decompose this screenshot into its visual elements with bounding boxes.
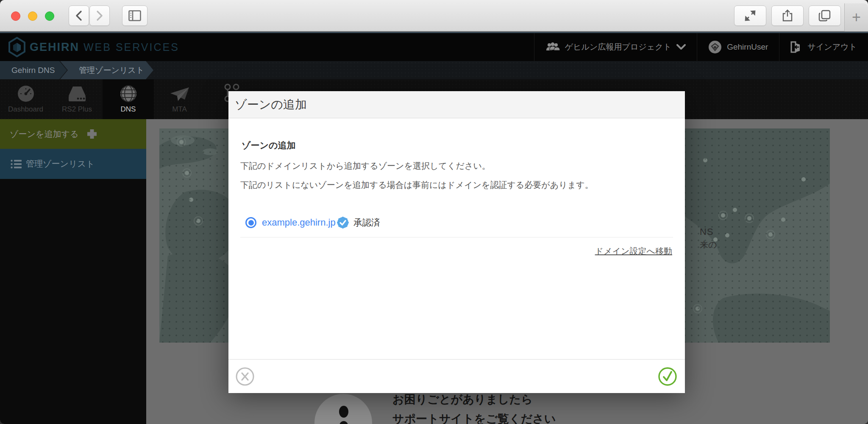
brand-name: GEHIRN [30,41,79,54]
modal-footer [228,359,685,393]
modal-divider [240,237,673,237]
chevron-down-icon [676,44,686,50]
signout-icon [790,41,802,53]
service-dashboard[interactable]: Dashboard [0,79,51,119]
domain-name-link[interactable]: example.gehirn.jp [262,217,336,228]
brand-logo[interactable]: GEHIRN WEB SERVICES [8,33,179,61]
confirm-button[interactable] [658,367,677,386]
service-label: MTA [172,105,187,114]
modal-title: ゾーンの追加 [235,91,307,118]
forward-button[interactable] [89,6,110,26]
share-icon [782,9,793,22]
headline-fragment-1: NS [700,226,714,237]
domain-radio-selected[interactable] [245,217,256,228]
service-label: RS2 Plus [62,105,92,114]
window-minimize-button[interactable] [28,11,37,21]
service-label: Dashboard [8,105,43,114]
breadcrumb-label: Gehirn DNS [11,66,55,75]
info-icon [314,394,372,424]
support-message: お困りごとがありましたら サポートサイトをご覧ください [392,390,556,424]
sidebar-toggle-icon [128,10,141,21]
project-selector[interactable]: ゲヒルン広報用プロジェクト [534,33,697,61]
domain-status: 承認済 [353,217,380,229]
support-line-2: サポートサイトをご覧ください [392,409,556,424]
show-tabs-button[interactable] [809,6,841,26]
browser-window: + GEHIRN WEB SERVICES ゲヒルン広報用プロジェクト [0,0,868,424]
modal-description-2: 下記のリストにないゾーンを追加する場合は事前にはドメインを認証する必要があります… [240,179,593,191]
gauge-icon [17,84,35,103]
service-label: DNS [121,105,136,114]
new-tab-button[interactable]: + [844,3,868,31]
sidebar-zone-list-label: 管理ゾーンリスト [26,158,95,170]
user-name: GehirnUser [727,42,768,52]
back-icon [75,10,83,21]
browser-toolbar: + [0,0,868,31]
sidebar-add-zone[interactable]: ゾーンを追加する [0,119,146,149]
back-button[interactable] [69,6,89,26]
breadcrumb-label: 管理ゾーンリスト [79,65,144,76]
avatar [708,40,722,54]
domain-settings-link[interactable]: ドメイン設定へ移動 [595,245,672,257]
info-icon-bar [339,421,348,424]
modal-description-1: 下記のドメインリストから追加するゾーンを選択してください。 [240,160,490,172]
signout-button[interactable]: サインアウト [779,33,868,61]
group-icon [545,42,560,52]
headline-fragment-2: 来の [700,239,717,251]
modal-section-title: ゾーンの追加 [242,139,295,151]
verified-badge-icon [337,217,349,229]
new-tab-label: + [852,8,861,26]
share-button[interactable] [771,6,804,26]
modal-header: ゾーンの追加 [228,91,685,118]
info-icon-dot [339,406,348,418]
server-icon [67,84,87,103]
add-zone-modal: ゾーンの追加 ゾーンの追加 下記のドメインリストから追加するゾーンを選択してくだ… [228,91,685,393]
fullscreen-button[interactable] [734,6,766,26]
service-mta[interactable]: MTA [154,79,205,119]
breadcrumb-item-zone-list[interactable]: 管理ゾーンリスト [60,61,153,79]
gehirn-logo-icon [8,37,25,57]
breadcrumb-item-gehirn-dns[interactable]: Gehirn DNS [0,61,67,79]
globe-icon [120,84,137,103]
brand-suffix: WEB SERVICES [83,41,179,53]
site-header: GEHIRN WEB SERVICES ゲヒルン広報用プロジェクト Ge [0,33,868,61]
fullscreen-icon [744,10,756,22]
paper-plane-icon [170,84,190,103]
service-rs2plus[interactable]: RS2 Plus [51,79,103,119]
project-name: ゲヒルン広報用プロジェクト [565,42,671,53]
cancel-button[interactable] [235,367,255,386]
radio-dot [248,220,254,226]
window-close-button[interactable] [11,11,20,21]
forward-icon [96,10,103,21]
breadcrumb: 管理ゾーンリスト Gehirn DNS [0,61,868,79]
window-zoom-button[interactable] [45,11,54,21]
dns-sidebar: ゾーンを追加する 管理ゾーンリスト [0,119,146,424]
plus-icon [86,128,98,140]
tabs-icon [818,10,831,22]
list-icon [11,159,22,169]
service-dns[interactable]: DNS [103,79,154,119]
user-menu[interactable]: GehirnUser [697,33,779,61]
sidebar-zone-list[interactable]: 管理ゾーンリスト [0,149,146,179]
sidebar-toggle-button[interactable] [122,6,147,26]
header-menu: ゲヒルン広報用プロジェクト GehirnUser サインアウト [534,33,868,61]
sidebar-add-zone-label: ゾーンを追加する [10,128,78,140]
signout-label: サインアウト [807,42,857,53]
domain-option-row[interactable]: example.gehirn.jp 承認済 [245,215,380,230]
